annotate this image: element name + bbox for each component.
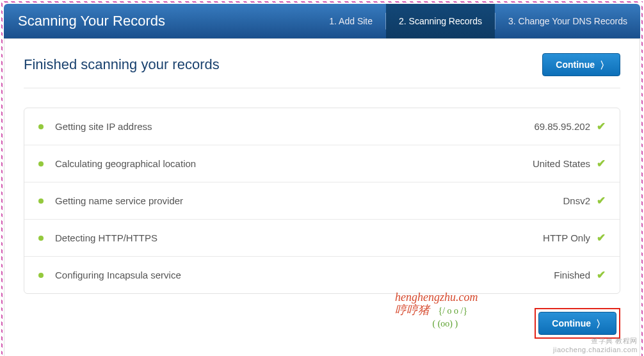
scan-row: Detecting HTTP/HTTPS HTTP Only ✔ — [24, 220, 620, 257]
watermark-cn: 哼哼猪 — [395, 303, 430, 316]
continue-button-bottom[interactable]: Continue 〉 — [538, 312, 616, 335]
watermark-line1: henghengzhu.com — [395, 291, 478, 304]
scan-value: United States — [533, 158, 590, 169]
step-label: 3. Change Your DNS Records — [508, 16, 627, 26]
watermark: henghengzhu.com 哼哼猪 {/ o o /} ( (oo) ) — [395, 291, 478, 329]
scan-label: Getting site IP address — [55, 121, 534, 132]
chevron-right-icon: 〉 — [596, 319, 606, 328]
content-header: Finished scanning your records Continue … — [24, 53, 620, 88]
scan-value: Finished — [554, 270, 590, 280]
scan-value: Dnsv2 — [563, 195, 590, 206]
page-title: Finished scanning your records — [24, 56, 220, 73]
bullet-icon — [38, 273, 44, 278]
scan-label: Configuring Incapsula service — [55, 270, 554, 280]
scan-results-panel: Getting site IP address 69.85.95.202 ✔ C… — [24, 108, 620, 294]
bullet-icon — [38, 198, 44, 204]
footer-row: henghengzhu.com 哼哼猪 {/ o o /} ( (oo) ) C… — [24, 299, 620, 339]
step-add-site[interactable]: 1. Add Site — [316, 4, 385, 38]
outer-frame: Scanning Your Records 1. Add Site 2. Sca… — [1, 1, 643, 356]
scan-row: Configuring Incapsula service Finished ✔ — [24, 257, 620, 293]
corner-wm-1: 查字典 教程网 — [553, 336, 638, 346]
step-scanning-records[interactable]: 2. Scanning Records — [386, 4, 495, 38]
step-change-dns[interactable]: 3. Change Your DNS Records — [495, 4, 640, 38]
bullet-icon — [38, 236, 44, 241]
scan-label: Detecting HTTP/HTTPS — [55, 232, 543, 243]
continue-highlight-box: Continue 〉 — [535, 308, 620, 339]
step-label: 2. Scanning Records — [399, 16, 482, 26]
scan-label: Calculating geographical location — [55, 158, 533, 169]
header-title: Scanning Your Records — [18, 13, 316, 29]
scan-row: Calculating geographical location United… — [24, 145, 620, 182]
button-label: Continue — [552, 318, 591, 328]
continue-button[interactable]: Continue 〉 — [542, 53, 620, 76]
watermark-line2: 哼哼猪 {/ o o /} ( (oo) ) — [395, 304, 478, 330]
scan-value: HTTP Only — [543, 232, 590, 243]
check-icon: ✔ — [597, 231, 606, 245]
check-icon: ✔ — [597, 194, 606, 207]
check-icon: ✔ — [597, 157, 606, 170]
bullet-icon — [38, 124, 44, 129]
scan-value: 69.85.95.202 — [534, 121, 590, 132]
step-label: 1. Add Site — [329, 16, 373, 26]
watermark-ascii1: {/ o o /} — [439, 306, 468, 316]
scan-label: Getting name service provider — [55, 195, 563, 206]
content-pane: Finished scanning your records Continue … — [4, 38, 640, 356]
button-label: Continue — [556, 60, 595, 70]
wizard-steps: 1. Add Site 2. Scanning Records 3. Chang… — [316, 4, 640, 38]
page-watermark: 查字典 教程网 jiaocheng.chazidian.com — [553, 336, 638, 353]
scan-row: Getting site IP address 69.85.95.202 ✔ — [24, 108, 620, 145]
watermark-ascii2: ( (oo) ) — [433, 319, 458, 328]
bullet-icon — [38, 161, 44, 166]
check-icon: ✔ — [597, 268, 606, 282]
chevron-right-icon: 〉 — [600, 60, 609, 70]
check-icon: ✔ — [597, 120, 606, 133]
corner-wm-2: jiaocheng.chazidian.com — [553, 346, 638, 353]
header-bar: Scanning Your Records 1. Add Site 2. Sca… — [4, 4, 640, 38]
scan-row: Getting name service provider Dnsv2 ✔ — [24, 182, 620, 220]
